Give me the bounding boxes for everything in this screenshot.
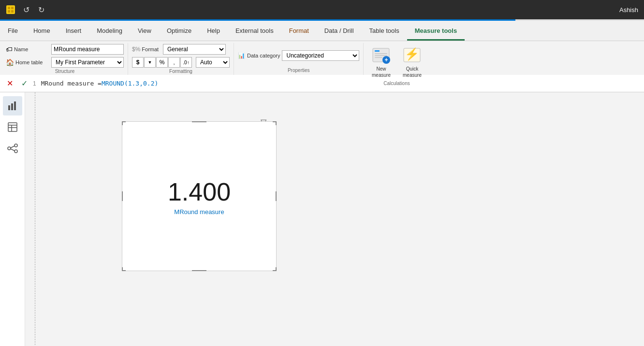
- name-icon: 🏷: [6, 45, 13, 53]
- new-measure-label: New: [376, 66, 386, 72]
- properties-group-content: 📊 Data category Uncategorized: [238, 44, 359, 67]
- formula-measure-name: MRound measure =: [41, 80, 102, 87]
- left-sidebar: [0, 92, 25, 346]
- tab-insert[interactable]: Insert: [58, 23, 89, 41]
- title-bar: ↺ ↻ Ashish: [0, 0, 644, 19]
- corner-left-mid: [122, 191, 123, 201]
- page-border: [35, 92, 35, 346]
- svg-text:+: +: [385, 57, 388, 63]
- sidebar-data-button[interactable]: [3, 117, 22, 137]
- svg-point-23: [15, 150, 17, 153]
- app-icon: [6, 5, 15, 14]
- tab-data-drill[interactable]: Data / Drill: [317, 23, 362, 41]
- tab-home[interactable]: Home: [26, 23, 58, 41]
- structure-group-name: Structure: [6, 68, 124, 74]
- svg-point-21: [8, 147, 11, 150]
- calc-buttons: + New measure ⚡ Quick measure: [367, 44, 425, 80]
- properties-group-name: Properties: [238, 67, 359, 73]
- quick-measure-icon: ⚡: [402, 46, 422, 65]
- svg-line-24: [11, 146, 15, 148]
- comma-button[interactable]: ,: [168, 57, 180, 68]
- tab-modeling[interactable]: Modeling: [89, 23, 130, 41]
- tab-optimize[interactable]: Optimize: [159, 23, 199, 41]
- format-icon: $%: [132, 46, 140, 53]
- formula-bar: ✕ ✓ 1 MRound measure = MROUND(1.3,0.2): [0, 75, 644, 92]
- formula-args: (1.3,0.2): [124, 80, 158, 87]
- new-measure-label2: measure: [372, 72, 391, 78]
- name-field: 🏷 Name: [6, 44, 124, 55]
- svg-point-22: [15, 144, 17, 147]
- calculations-group-content: + New measure ⚡ Quick measure: [367, 44, 425, 80]
- properties-group: 📊 Data category Uncategorized Properties: [234, 43, 364, 75]
- model-icon: [7, 143, 18, 154]
- title-bar-left: ↺ ↻: [6, 4, 47, 15]
- format-label: Format: [142, 46, 159, 52]
- formatting-group: $% Format General $ ▼ % , .0↑: [128, 43, 234, 75]
- redo-button[interactable]: ↻: [35, 4, 47, 15]
- svg-rect-8: [375, 55, 387, 56]
- quick-measure-label: Quick: [406, 66, 419, 72]
- ribbon-tabs: File Home Insert Modeling View Optimize …: [0, 21, 644, 41]
- progress-bar-fill: [0, 19, 515, 21]
- tab-format[interactable]: Format: [281, 23, 317, 41]
- format-select[interactable]: General: [163, 44, 226, 55]
- svg-text:⚡: ⚡: [405, 47, 419, 61]
- undo-button[interactable]: ↺: [20, 4, 32, 15]
- svg-rect-2: [11, 7, 14, 9]
- svg-rect-7: [375, 53, 387, 54]
- tab-external-tools[interactable]: External tools: [228, 23, 281, 41]
- user-name: Ashish: [619, 6, 638, 14]
- svg-rect-15: [11, 103, 13, 110]
- corner-top-mid: [192, 121, 206, 122]
- format-fields: $% Format General $ ▼ % , .0↑: [132, 44, 230, 68]
- decimal-places-select[interactable]: Auto: [196, 57, 230, 68]
- corner-tl: [122, 121, 126, 125]
- quick-measure-label2: measure: [403, 72, 422, 78]
- name-input[interactable]: [51, 44, 124, 55]
- progress-bar: [0, 19, 644, 21]
- main-canvas: ▽ ··· 1.400 MRound measure: [25, 92, 644, 346]
- svg-line-25: [11, 149, 15, 151]
- formula-content[interactable]: MRound measure = MROUND(1.3,0.2): [41, 80, 640, 87]
- ribbon-body: 🏷 Name 🏠 Home table My First Parameter S…: [0, 41, 644, 75]
- formula-line-number: 1: [33, 80, 36, 87]
- svg-rect-4: [11, 10, 14, 13]
- corner-tr: [273, 121, 277, 125]
- format-field: $% Format General: [132, 44, 230, 55]
- calculations-group: + New measure ⚡ Quick measure: [364, 43, 429, 75]
- svg-rect-1: [8, 7, 10, 9]
- percent-button[interactable]: %: [156, 57, 168, 68]
- sidebar-report-button[interactable]: [3, 96, 22, 115]
- svg-rect-0: [6, 5, 15, 14]
- formula-cancel-button[interactable]: ✕: [4, 78, 15, 89]
- tab-measure-tools[interactable]: Measure tools: [407, 23, 465, 41]
- svg-rect-3: [8, 10, 10, 13]
- quick-measure-button[interactable]: ⚡ Quick measure: [398, 44, 425, 80]
- format-buttons-row: $ ▼ % , .0↑ Auto: [132, 57, 230, 68]
- data-category-label: Data category: [247, 53, 280, 58]
- increase-decimal-button[interactable]: .0↑: [180, 57, 192, 68]
- currency-button[interactable]: $: [132, 57, 144, 68]
- tab-file[interactable]: File: [0, 23, 26, 41]
- tab-view[interactable]: View: [130, 23, 159, 41]
- corner-right-mid: [276, 191, 277, 201]
- corner-bottom-mid: [192, 270, 206, 271]
- home-table-label: Home table: [15, 59, 44, 65]
- formula-confirm-button[interactable]: ✓: [18, 78, 30, 89]
- currency-percent-buttons: $ ▼ % , .0↑: [132, 57, 192, 68]
- new-measure-icon: +: [371, 46, 391, 65]
- formatting-group-content: $% Format General $ ▼ % , .0↑: [132, 44, 230, 68]
- visual-value: 1.400: [168, 177, 231, 206]
- visual-card[interactable]: 1.400 MRound measure: [122, 121, 277, 271]
- home-table-field: 🏠 Home table My First Parameter: [6, 57, 124, 68]
- home-table-icon: 🏠: [6, 58, 14, 66]
- tab-help[interactable]: Help: [199, 23, 228, 41]
- tab-table-tools[interactable]: Table tools: [362, 23, 407, 41]
- home-table-select[interactable]: My First Parameter: [51, 57, 124, 68]
- data-category-select[interactable]: Uncategorized: [282, 50, 359, 61]
- svg-rect-6: [375, 50, 380, 52]
- new-measure-button[interactable]: + New measure: [367, 44, 395, 80]
- sidebar-model-button[interactable]: [3, 139, 22, 158]
- currency-dropdown-button[interactable]: ▼: [144, 57, 156, 68]
- visual-label: MRound measure: [174, 208, 224, 216]
